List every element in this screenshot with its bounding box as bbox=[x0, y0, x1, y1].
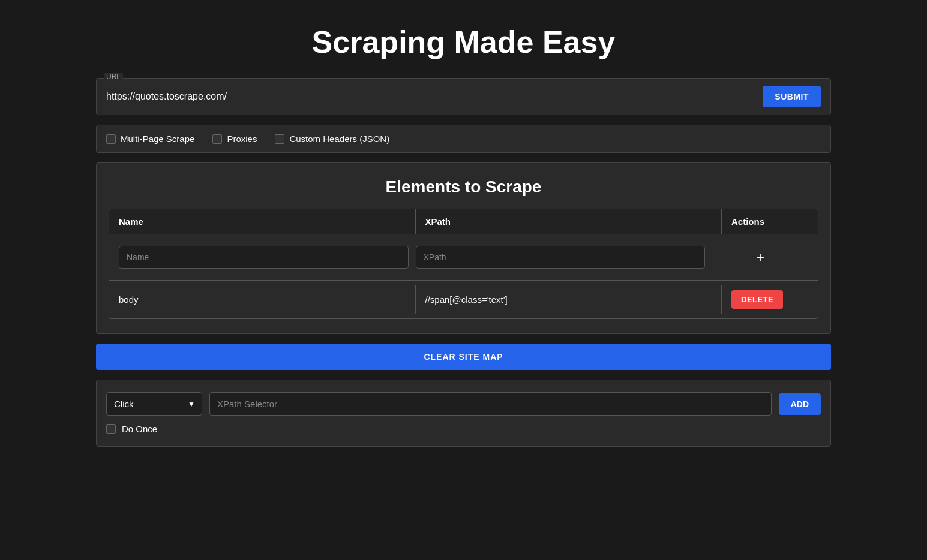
add-element-button[interactable]: + bbox=[712, 244, 808, 270]
add-action-button[interactable]: ADD bbox=[779, 393, 821, 415]
name-input[interactable] bbox=[119, 246, 409, 269]
do-once-row: Do Once bbox=[106, 424, 821, 434]
url-section: URL SUBMIT bbox=[96, 78, 831, 115]
do-once-checkbox[interactable] bbox=[106, 424, 116, 434]
table-header: Name XPath Actions bbox=[109, 209, 818, 234]
table-input-row: + bbox=[109, 234, 818, 281]
action-row: Click Type Wait Navigate ▼ ADD bbox=[106, 392, 821, 416]
elements-section: Elements to Scrape Name XPath Actions + … bbox=[96, 162, 831, 334]
proxies-checkbox[interactable] bbox=[212, 134, 222, 144]
url-label: URL bbox=[104, 73, 123, 81]
table-row: body //span[@class='text'] DELETE bbox=[109, 281, 818, 318]
custom-headers-option[interactable]: Custom Headers (JSON) bbox=[275, 134, 389, 144]
action-select-wrapper: Click Type Wait Navigate ▼ bbox=[106, 392, 202, 416]
do-once-label: Do Once bbox=[122, 424, 157, 434]
page-title: Scraping Made Easy bbox=[96, 24, 831, 60]
column-name-header: Name bbox=[109, 209, 416, 234]
row-xpath: //span[@class='text'] bbox=[416, 285, 722, 314]
xpath-input[interactable] bbox=[416, 246, 706, 269]
delete-button[interactable]: DELETE bbox=[731, 290, 783, 309]
url-input[interactable] bbox=[106, 89, 755, 104]
xpath-selector-input[interactable] bbox=[209, 392, 772, 416]
custom-headers-checkbox[interactable] bbox=[275, 134, 284, 144]
proxies-option[interactable]: Proxies bbox=[212, 134, 257, 144]
elements-table: Name XPath Actions + body //span[@class=… bbox=[109, 209, 818, 319]
column-xpath-header: XPath bbox=[416, 209, 722, 234]
proxies-label: Proxies bbox=[227, 134, 257, 144]
multi-page-option[interactable]: Multi-Page Scrape bbox=[106, 134, 194, 144]
multi-page-label: Multi-Page Scrape bbox=[121, 134, 194, 144]
custom-headers-label: Custom Headers (JSON) bbox=[289, 134, 389, 144]
row-actions: DELETE bbox=[722, 281, 818, 318]
submit-button[interactable]: SUBMIT bbox=[763, 86, 821, 107]
options-section: Multi-Page Scrape Proxies Custom Headers… bbox=[96, 125, 831, 153]
elements-title: Elements to Scrape bbox=[109, 177, 818, 197]
clear-sitemap-button[interactable]: CLEAR SITE MAP bbox=[96, 344, 831, 370]
column-actions-header: Actions bbox=[722, 209, 818, 234]
action-section: Click Type Wait Navigate ▼ ADD Do Once bbox=[96, 380, 831, 447]
row-name: body bbox=[109, 285, 416, 314]
multi-page-checkbox[interactable] bbox=[106, 134, 116, 144]
action-select[interactable]: Click Type Wait Navigate bbox=[106, 392, 202, 416]
